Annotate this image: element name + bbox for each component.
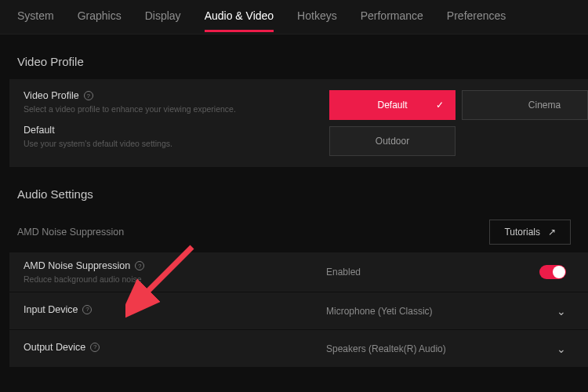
ns-label-row: AMD Noise Suppression ? (24, 260, 314, 271)
ns-toggle[interactable] (539, 265, 566, 279)
info-icon[interactable]: ? (90, 343, 100, 352)
video-profile-label-row: Video Profile ? (24, 90, 314, 101)
input-label-row: Input Device ? (24, 304, 314, 315)
tutorials-label: Tutorials (504, 227, 540, 238)
tab-bar: System Graphics Display Audio & Video Ho… (0, 0, 588, 34)
section-title-video-profile: Video Profile (0, 34, 588, 79)
tab-hotkeys[interactable]: Hotkeys (297, 9, 337, 30)
output-device-value: Speakers (Realtek(R) Audio) (326, 343, 446, 354)
row-noise-suppression: AMD Noise Suppression ? Reduce backgroun… (9, 252, 588, 292)
input-device-value: Microphone (Yeti Classic) (326, 306, 433, 317)
info-icon[interactable]: ? (135, 261, 144, 270)
video-profile-desc: Select a video profile to enhance your v… (24, 104, 314, 114)
video-profile-label: Video Profile (24, 90, 79, 101)
tab-audio-video[interactable]: Audio & Video (205, 9, 274, 32)
audio-settings-table: AMD Noise Suppression ? Reduce backgroun… (9, 252, 588, 368)
row-input-device[interactable]: Input Device ? Microphone (Yeti Classic)… (9, 292, 588, 330)
ns-desc: Reduce background audio noise (24, 274, 314, 284)
tab-performance[interactable]: Performance (361, 9, 423, 30)
video-profile-panel: Video Profile ? Select a video profile t… (9, 79, 588, 167)
profile-outdoor-button[interactable]: Outdoor (329, 126, 456, 156)
row-output-device[interactable]: Output Device ? Speakers (Realtek(R) Aud… (9, 330, 588, 368)
external-link-icon: ↗ (548, 227, 556, 238)
output-label-row: Output Device ? (24, 342, 314, 353)
ns-label: AMD Noise Suppression (24, 260, 130, 271)
output-device-label: Output Device (24, 342, 85, 353)
tab-system[interactable]: System (17, 9, 54, 30)
info-icon[interactable]: ? (82, 305, 92, 314)
input-device-label: Input Device (24, 304, 78, 315)
chevron-down-icon: ⌄ (557, 305, 566, 318)
info-icon[interactable]: ? (84, 91, 93, 100)
profile-button-grid: Default Cinema Outdoor (329, 90, 588, 156)
tab-preferences[interactable]: Preferences (447, 9, 506, 30)
ns-value: Enabled (326, 267, 361, 278)
profile-cinema-button[interactable]: Cinema (462, 90, 588, 120)
section-title-audio-settings: Audio Settings (0, 167, 588, 212)
tab-display[interactable]: Display (145, 9, 181, 30)
video-profile-default-desc: Use your system's default video settings… (24, 139, 314, 148)
noise-suppression-bar-label: AMD Noise Suppression (17, 227, 124, 238)
chevron-down-icon: ⌄ (557, 343, 566, 355)
profile-default-button[interactable]: Default (329, 90, 456, 120)
noise-suppression-bar: AMD Noise Suppression Tutorials ↗ (0, 212, 588, 252)
tab-graphics[interactable]: Graphics (78, 9, 122, 30)
tutorials-button[interactable]: Tutorials ↗ (489, 220, 571, 245)
toggle-knob (553, 266, 565, 278)
video-profile-default-label: Default (24, 125, 314, 136)
